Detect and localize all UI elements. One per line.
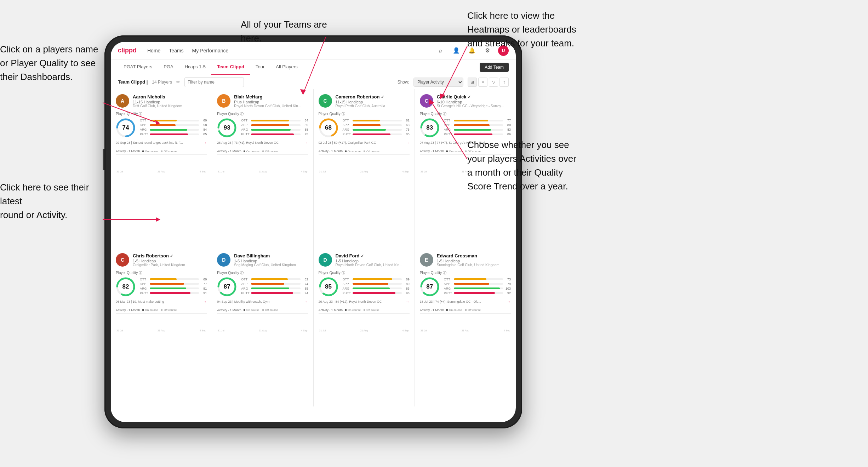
player-name[interactable]: David Ford ✓ — [336, 253, 410, 258]
show-select[interactable]: Player Activity Quality Score Trend — [413, 78, 463, 87]
quality-section[interactable]: 83 OTT 77 APP 80 ARG 83 PUTT 86 — [420, 118, 511, 138]
legend-offcourse-dot — [262, 150, 264, 152]
round-arrow[interactable]: → — [203, 300, 207, 304]
quality-section[interactable]: 74 OTT 60 APP 58 ARG 84 PUTT 85 — [116, 118, 207, 138]
player-name[interactable]: Edward Crossman — [437, 253, 511, 258]
quality-section[interactable]: 87 OTT 82 APP 74 ARG 85 PUTT 94 — [217, 277, 308, 297]
stat-bar-bg-arg — [454, 129, 503, 131]
stat-value-app: 63 — [403, 123, 410, 127]
player-name[interactable]: Blair McHarg — [234, 94, 308, 99]
chart-bar-empty — [488, 328, 499, 329]
stat-value-arg: 88 — [302, 128, 308, 131]
annotation-player-name: Click on a players nameor Player Quality… — [0, 42, 98, 84]
activity-section: Activity · 1 Month On course Off course — [217, 149, 308, 174]
stat-bar-bg-arg — [353, 129, 402, 131]
circle-score[interactable]: 87 — [217, 277, 237, 297]
tab-team-clippd[interactable]: Team Clippd — [211, 59, 250, 75]
score-number: 87 — [224, 283, 230, 290]
filter-input[interactable] — [184, 77, 244, 87]
annotation-latest-round: Click here to see their latestround or A… — [0, 181, 103, 222]
tab-pga[interactable]: PGA — [158, 59, 179, 75]
player-name[interactable]: Chris Robertson ✓ — [133, 253, 207, 258]
filter-button[interactable]: ▽ — [489, 78, 498, 87]
quality-section[interactable]: 85 OTT 89 APP 80 ARG 83 PUTT 96 — [319, 277, 410, 297]
player-name[interactable]: Cameron Robertson ✓ — [336, 94, 410, 99]
round-arrow[interactable]: → — [507, 300, 511, 304]
player-handicap: 11-15 Handicap — [133, 100, 207, 104]
circle-score[interactable]: 87 — [420, 277, 440, 297]
stat-row-putt: PUTT 94 — [241, 291, 308, 295]
stat-bar-bg-putt — [353, 133, 402, 135]
round-arrow[interactable]: → — [406, 300, 410, 304]
round-arrow[interactable]: → — [203, 141, 207, 145]
round-arrow[interactable]: → — [304, 141, 308, 145]
chart-bars — [217, 155, 308, 170]
nav-performance[interactable]: My Performance — [192, 47, 229, 54]
stat-bar-fill-app — [251, 283, 284, 285]
quality-section[interactable]: 82 OTT 60 APP 77 ARG 81 PUTT 91 — [116, 277, 207, 297]
activity-title: Activity · 1 Month — [217, 308, 241, 312]
stat-row-ott: OTT 82 — [241, 278, 308, 281]
legend-offcourse: Off course — [262, 308, 278, 312]
activity-section: Activity · 1 Month On course Off course — [319, 149, 410, 174]
stat-bar-fill-putt — [150, 133, 188, 135]
legend-oncourse-label: On course — [246, 308, 259, 312]
stat-row-putt: PUTT 86 — [444, 132, 511, 136]
circle-score[interactable]: 74 — [116, 118, 136, 138]
player-avatar: C — [420, 94, 433, 108]
legend-offcourse: Off course — [364, 308, 379, 312]
stat-value-app: 77 — [200, 282, 207, 286]
round-text: 05 Mar 23 | 19, Must make putting — [116, 300, 203, 303]
chart-bar-empty — [173, 328, 184, 329]
chart-line — [319, 154, 410, 155]
chart-axis-labels: 31 Jul 21 Aug 4 Sep — [217, 170, 308, 173]
round-arrow[interactable]: → — [304, 300, 308, 304]
round-arrow[interactable]: → — [406, 141, 410, 145]
chart-bar-empty — [421, 169, 431, 170]
score-number: 83 — [426, 124, 433, 131]
user-icon[interactable]: 👤 — [451, 46, 461, 56]
circle-score[interactable]: 68 — [319, 118, 338, 138]
nav-home[interactable]: Home — [147, 47, 160, 54]
quality-section[interactable]: 68 OTT 61 APP 63 ARG 75 PUTT 85 — [319, 118, 410, 138]
circle-score[interactable]: 85 — [319, 277, 338, 297]
tab-all-players[interactable]: All Players — [270, 59, 303, 75]
chart-label-mid: 21 Aug — [360, 170, 368, 173]
player-club: Sng Maging Golf Club, United Kingdom — [234, 263, 308, 267]
circle-score[interactable]: 82 — [116, 277, 136, 297]
stat-bar-bg-arg — [251, 129, 300, 131]
stat-value-arg: 81 — [200, 287, 207, 290]
stats-bars: OTT 77 APP 80 ARG 83 PUTT 86 — [444, 119, 511, 137]
stat-value-app: 58 — [200, 123, 207, 127]
verified-icon: ✓ — [381, 95, 384, 99]
circle-score[interactable]: 93 — [217, 118, 237, 138]
circle-score[interactable]: 83 — [420, 118, 440, 138]
player-avatar: D — [217, 253, 230, 267]
stat-value-ott: 89 — [403, 278, 410, 281]
tab-pgat[interactable]: PGAT Players — [118, 59, 158, 75]
edit-icon[interactable]: ✏ — [176, 79, 180, 85]
quality-section[interactable]: 87 OTT 73 APP 79 ARG 103 PUTT 9 — [420, 277, 511, 297]
player-name[interactable]: Aaron Nicholls — [133, 94, 207, 99]
chart-bar-empty — [477, 328, 487, 329]
stat-value-putt: 85 — [403, 132, 410, 136]
grid-view-button[interactable]: ⊞ — [468, 78, 477, 87]
stat-bar-bg-putt — [251, 133, 300, 135]
quality-section[interactable]: 93 OTT 84 APP 85 ARG 88 PUTT 95 — [217, 118, 308, 138]
player-name[interactable]: Charlie Quick ✓ — [437, 94, 511, 99]
stat-label-ott: OTT — [241, 278, 250, 281]
legend-oncourse-dot — [446, 150, 448, 152]
tab-hcaps[interactable]: Hcaps 1-5 — [179, 59, 211, 75]
stat-label-ott: OTT — [444, 278, 452, 281]
add-team-button[interactable]: Add Team — [480, 63, 509, 72]
sort-button[interactable]: ↕ — [499, 78, 509, 87]
stat-value-putt: 94 — [302, 291, 308, 295]
stat-row-app: APP 58 — [140, 123, 207, 127]
stat-label-ott: OTT — [140, 278, 148, 281]
nav-teams[interactable]: Teams — [169, 47, 183, 54]
tab-tour[interactable]: Tour — [250, 59, 270, 75]
player-name[interactable]: Dave Billingham — [234, 253, 308, 258]
stat-value-arg: 84 — [200, 128, 207, 131]
search-icon[interactable]: ⌕ — [436, 46, 446, 56]
list-view-button[interactable]: ≡ — [478, 78, 487, 87]
